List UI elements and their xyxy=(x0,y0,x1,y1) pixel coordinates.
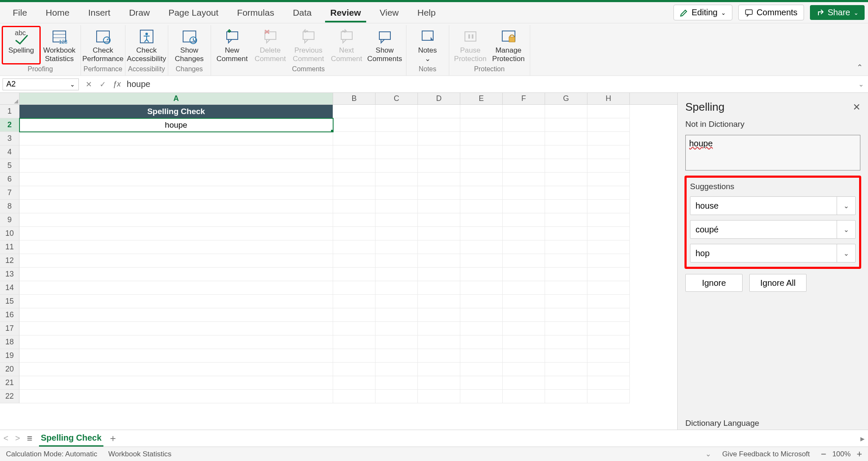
zoom-out-button[interactable]: − xyxy=(821,449,826,460)
cell-H22[interactable] xyxy=(587,390,630,403)
cell-E22[interactable] xyxy=(460,390,503,403)
cell-H1[interactable] xyxy=(587,105,630,118)
cell-A6[interactable] xyxy=(19,173,333,186)
cell-A11[interactable] xyxy=(19,240,333,254)
row-header-10[interactable]: 10 xyxy=(0,227,19,240)
cell-G22[interactable] xyxy=(545,390,587,403)
cell-A17[interactable] xyxy=(19,322,333,335)
cell-D1[interactable] xyxy=(418,105,460,118)
cell-A1[interactable]: Spelling Check xyxy=(19,105,333,118)
cell-H14[interactable] xyxy=(587,281,630,295)
cell-F1[interactable] xyxy=(503,105,545,118)
cell-A9[interactable] xyxy=(19,213,333,227)
cell-F7[interactable] xyxy=(503,186,545,200)
cell-E2[interactable] xyxy=(460,118,503,132)
cell-F21[interactable] xyxy=(503,376,545,390)
cell-F12[interactable] xyxy=(503,254,545,268)
cell-D4[interactable] xyxy=(418,145,460,159)
cell-B6[interactable] xyxy=(333,173,376,186)
cell-H10[interactable] xyxy=(587,227,630,240)
cell-F3[interactable] xyxy=(503,132,545,145)
cell-G5[interactable] xyxy=(545,159,587,173)
cell-H8[interactable] xyxy=(587,200,630,213)
row-header-8[interactable]: 8 xyxy=(0,200,19,213)
cell-C10[interactable] xyxy=(376,227,418,240)
cell-G16[interactable] xyxy=(545,308,587,322)
cell-F8[interactable] xyxy=(503,200,545,213)
cell-D3[interactable] xyxy=(418,132,460,145)
cell-H3[interactable] xyxy=(587,132,630,145)
row-header-1[interactable]: 1 xyxy=(0,105,19,118)
row-header-15[interactable]: 15 xyxy=(0,295,19,308)
suggestion-item[interactable]: house⌄ xyxy=(690,196,856,215)
column-header-C[interactable]: C xyxy=(376,93,418,104)
cell-B15[interactable] xyxy=(333,295,376,308)
cell-G2[interactable] xyxy=(545,118,587,132)
cell-B19[interactable] xyxy=(333,349,376,363)
cell-D9[interactable] xyxy=(418,213,460,227)
row-header-6[interactable]: 6 xyxy=(0,173,19,186)
cell-D15[interactable] xyxy=(418,295,460,308)
ribbon-spelling-button[interactable]: abcSpelling xyxy=(3,27,40,64)
tab-home[interactable]: Home xyxy=(36,2,79,23)
cell-A5[interactable] xyxy=(19,159,333,173)
cell-E12[interactable] xyxy=(460,254,503,268)
cell-C18[interactable] xyxy=(376,335,418,349)
cell-F17[interactable] xyxy=(503,322,545,335)
cell-B22[interactable] xyxy=(333,390,376,403)
tab-review[interactable]: Review xyxy=(321,2,370,23)
cell-A15[interactable] xyxy=(19,295,333,308)
cell-B18[interactable] xyxy=(333,335,376,349)
row-header-13[interactable]: 13 xyxy=(0,268,19,281)
ribbon-manage-protection-button[interactable]: ManageProtection xyxy=(490,27,527,64)
cell-E6[interactable] xyxy=(460,173,503,186)
status-menu-caret[interactable]: ⌄ xyxy=(705,450,711,458)
cell-H19[interactable] xyxy=(587,349,630,363)
cell-E21[interactable] xyxy=(460,376,503,390)
row-header-21[interactable]: 21 xyxy=(0,376,19,390)
cell-E9[interactable] xyxy=(460,213,503,227)
sheet-prev-button[interactable]: < xyxy=(3,433,8,443)
ribbon-notes-button[interactable]: Notes⌄ xyxy=(409,27,446,64)
cell-G21[interactable] xyxy=(545,376,587,390)
cell-A22[interactable] xyxy=(19,390,333,403)
cell-G18[interactable] xyxy=(545,335,587,349)
cell-E5[interactable] xyxy=(460,159,503,173)
cell-F19[interactable] xyxy=(503,349,545,363)
chevron-down-icon[interactable]: ⌄ xyxy=(837,197,855,215)
cancel-icon[interactable]: ✕ xyxy=(86,80,92,89)
cell-B4[interactable] xyxy=(333,145,376,159)
cell-E20[interactable] xyxy=(460,363,503,376)
column-header-H[interactable]: H xyxy=(587,93,630,104)
ribbon-check-accessibility-button[interactable]: CheckAccessibility xyxy=(128,27,165,64)
cell-A16[interactable] xyxy=(19,308,333,322)
sheet-next-button[interactable]: > xyxy=(15,433,20,443)
row-header-20[interactable]: 20 xyxy=(0,363,19,376)
cell-C7[interactable] xyxy=(376,186,418,200)
cell-F15[interactable] xyxy=(503,295,545,308)
cell-A19[interactable] xyxy=(19,349,333,363)
tab-data[interactable]: Data xyxy=(284,2,321,23)
cell-B16[interactable] xyxy=(333,308,376,322)
ribbon-collapse-button[interactable]: ⌃ xyxy=(857,63,863,72)
cell-B13[interactable] xyxy=(333,268,376,281)
cell-C2[interactable] xyxy=(376,118,418,132)
cell-H21[interactable] xyxy=(587,376,630,390)
cell-B17[interactable] xyxy=(333,322,376,335)
ribbon-new-comment-button[interactable]: NewComment xyxy=(214,27,251,64)
cell-D5[interactable] xyxy=(418,159,460,173)
add-sheet-button[interactable]: + xyxy=(110,433,116,444)
cell-A2[interactable]: houpe xyxy=(19,118,333,132)
cell-D16[interactable] xyxy=(418,308,460,322)
row-header-22[interactable]: 22 xyxy=(0,390,19,403)
cell-B7[interactable] xyxy=(333,186,376,200)
select-all-corner[interactable] xyxy=(0,93,19,104)
cell-F16[interactable] xyxy=(503,308,545,322)
row-header-7[interactable]: 7 xyxy=(0,186,19,200)
row-header-18[interactable]: 18 xyxy=(0,335,19,349)
cell-H13[interactable] xyxy=(587,268,630,281)
cell-F2[interactable] xyxy=(503,118,545,132)
cell-H2[interactable] xyxy=(587,118,630,132)
column-header-F[interactable]: F xyxy=(503,93,545,104)
ribbon-check-performance-button[interactable]: CheckPerformance xyxy=(84,27,122,64)
